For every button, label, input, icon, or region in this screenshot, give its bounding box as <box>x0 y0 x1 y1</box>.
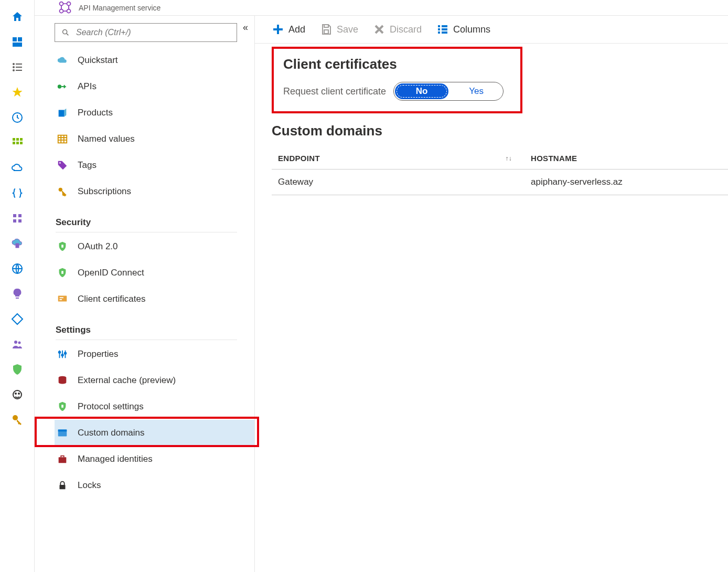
svg-rect-17 <box>18 214 22 217</box>
sidebar-item-label: APIs <box>78 81 97 92</box>
save-icon <box>320 23 333 36</box>
sort-arrow-icon[interactable]: ↑↓ <box>505 155 512 162</box>
columns-icon <box>436 23 449 36</box>
request-client-certificate-toggle[interactable]: No Yes <box>393 82 504 101</box>
svg-rect-46 <box>61 405 63 408</box>
svg-point-3 <box>13 63 15 65</box>
svg-rect-34 <box>58 135 67 143</box>
sidebar-item-namedvalues[interactable]: Named values <box>55 126 254 152</box>
col-endpoint-header[interactable]: ENDPOINT ↑↓ <box>272 154 518 163</box>
svg-point-29 <box>67 2 71 5</box>
clock-icon[interactable] <box>11 111 24 124</box>
svg-point-35 <box>59 162 61 164</box>
sidebar-item-managedid[interactable]: Managed identities <box>55 446 254 472</box>
svg-rect-38 <box>61 271 63 274</box>
svg-rect-2 <box>13 43 22 47</box>
svg-rect-14 <box>16 142 19 144</box>
diamond-icon[interactable] <box>11 313 24 325</box>
people-icon[interactable] <box>11 338 24 351</box>
sidebar-item-openid[interactable]: OpenID Connect <box>55 260 254 286</box>
toolbar: Add Save Discard Columns <box>255 16 728 44</box>
discard-label: Discard <box>390 24 422 35</box>
arrow-right-icon <box>57 81 68 92</box>
svg-rect-59 <box>442 28 447 30</box>
star-icon[interactable] <box>11 86 24 99</box>
box-icon <box>57 107 68 119</box>
cubes-icon[interactable] <box>11 212 24 225</box>
sidebar-item-apis[interactable]: APIs <box>55 73 254 100</box>
svg-rect-48 <box>58 430 67 432</box>
search-input[interactable] <box>76 28 230 37</box>
sidebar-item-label: Named values <box>78 134 135 144</box>
sidebar-item-quickstart[interactable]: Quickstart <box>55 47 254 73</box>
svg-rect-0 <box>13 37 17 41</box>
svg-point-32 <box>63 30 67 34</box>
shield-icon[interactable] <box>11 363 24 376</box>
client-certificates-section: Client certificates Request client certi… <box>272 47 522 113</box>
columns-label: Columns <box>453 24 490 35</box>
svg-rect-4 <box>16 63 22 65</box>
svg-rect-37 <box>61 245 63 248</box>
sidebar-item-label: External cache (preview) <box>78 375 176 386</box>
lightbulb-icon[interactable] <box>11 288 24 300</box>
sidebar-item-protocol[interactable]: Protocol settings <box>55 394 254 420</box>
save-label: Save <box>337 24 358 35</box>
tag-icon <box>57 160 68 171</box>
sidebar-item-label: Managed identities <box>78 454 153 464</box>
key-icon[interactable] <box>11 414 24 426</box>
columns-button[interactable]: Columns <box>436 23 490 36</box>
save-button: Save <box>320 23 358 36</box>
svg-rect-41 <box>60 299 62 300</box>
svg-point-25 <box>15 393 16 394</box>
toggle-no[interactable]: No <box>395 83 448 99</box>
home-icon[interactable] <box>11 10 24 23</box>
sliders-icon <box>57 348 68 360</box>
toggle-yes[interactable]: Yes <box>449 82 503 100</box>
sidebar-item-properties[interactable]: Properties <box>55 341 254 367</box>
svg-rect-20 <box>16 243 19 248</box>
sidebar-item-tags[interactable]: Tags <box>55 152 254 178</box>
sidebar-item-externalcache[interactable]: External cache (preview) <box>55 367 254 394</box>
content-panel: Add Save Discard Columns <box>255 16 728 572</box>
svg-rect-54 <box>324 30 328 34</box>
icon-rail <box>0 0 35 572</box>
sidebar-item-label: Tags <box>78 160 97 171</box>
sidebar-item-label: Subscriptions <box>78 186 131 197</box>
list-icon[interactable] <box>11 61 24 73</box>
sidebar-item-clientcerts[interactable]: Client certificates <box>55 286 254 312</box>
svg-rect-55 <box>438 25 440 27</box>
cert-icon <box>57 293 68 305</box>
svg-point-23 <box>18 342 20 344</box>
collapse-panel-icon[interactable]: « <box>243 22 248 33</box>
cell-hostname: apiphany-serverless.az <box>518 177 728 187</box>
dashboard-icon[interactable] <box>11 36 24 48</box>
grid-icon[interactable] <box>11 136 24 149</box>
client-certificates-title: Client certificates <box>283 56 511 72</box>
svg-point-44 <box>65 352 67 354</box>
svg-point-33 <box>58 84 61 88</box>
svg-point-7 <box>13 69 15 71</box>
sidebar-item-oauth[interactable]: OAuth 2.0 <box>55 234 254 260</box>
svg-point-28 <box>60 2 63 5</box>
cloud-trash-icon[interactable] <box>11 237 24 250</box>
sidebar-item-locks[interactable]: Locks <box>55 472 254 499</box>
sidebar-item-label: OpenID Connect <box>78 268 144 278</box>
cloud-up-icon <box>57 55 68 66</box>
braces-icon[interactable] <box>11 187 24 199</box>
shield-icon <box>57 267 68 279</box>
sidebar-item-customdomains[interactable]: Custom domains <box>55 420 254 446</box>
table-row[interactable]: Gateway apiphany-serverless.az <box>272 170 728 195</box>
sidebar-item-subscriptions[interactable]: Subscriptions <box>55 178 254 205</box>
svg-rect-13 <box>13 142 15 144</box>
cloud-icon[interactable] <box>11 162 24 174</box>
search-box[interactable] <box>55 23 237 42</box>
add-button[interactable]: Add <box>272 23 305 36</box>
resource-nav-panel: « QuickstartAPIsProductsNamed valuesTags… <box>35 16 255 572</box>
discard-icon <box>373 23 386 36</box>
globe-icon[interactable] <box>11 262 24 275</box>
sidebar-item-label: Properties <box>78 349 118 359</box>
support-icon[interactable] <box>11 388 24 401</box>
col-hostname-header[interactable]: HOSTNAME <box>518 154 728 163</box>
sidebar-item-label: Custom domains <box>78 428 145 438</box>
sidebar-item-products[interactable]: Products <box>55 100 254 126</box>
